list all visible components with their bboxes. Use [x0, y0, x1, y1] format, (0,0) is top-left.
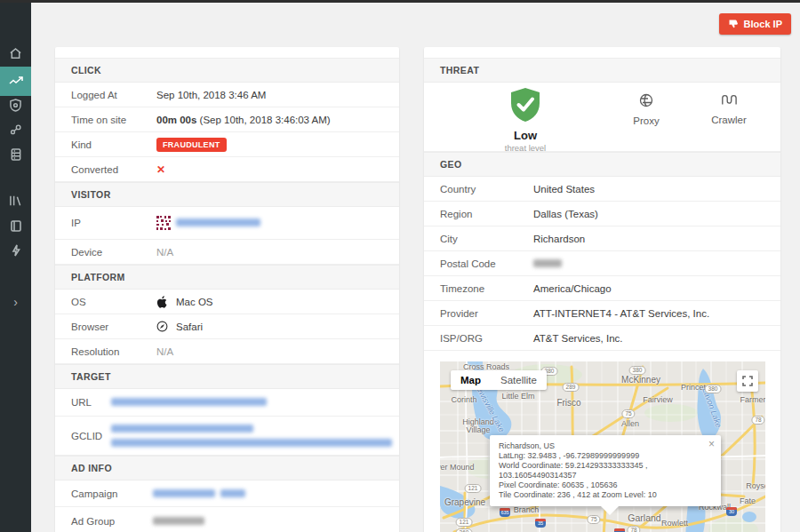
geo-map[interactable]: Cross Roads Corinth Little Elm Frisco Mc… — [440, 361, 765, 532]
interstate-shield: 30 — [726, 507, 737, 516]
route-shield: 289 — [563, 383, 580, 392]
row-label: Postal Code — [440, 258, 533, 269]
apple-icon — [156, 296, 176, 308]
thumbs-down-icon — [728, 19, 739, 29]
analytics-icon — [9, 75, 23, 88]
bolt-icon — [12, 244, 20, 257]
row-resolution: Resolution N/A — [55, 339, 399, 364]
sidebar-item-docs[interactable] — [0, 212, 31, 239]
route-shield: 121 — [465, 484, 482, 493]
city-value: Richardson — [533, 234, 585, 244]
popup-place: Richardson, US — [499, 441, 701, 451]
row-label: Device — [71, 247, 156, 258]
campaign-link-redacted[interactable] — [153, 488, 245, 499]
provider-value: ATT-INTERNET4 - AT&T Services, Inc. — [533, 308, 709, 319]
not-converted-x-icon: ✕ — [156, 163, 165, 176]
isp-org-value: AT&T Services, Inc. — [533, 333, 623, 344]
geo-row-provider: Provider ATT-INTERNET4 - AT&T Services, … — [424, 301, 780, 326]
row-label: URL — [71, 397, 111, 408]
threat-level-caption: threat level — [499, 143, 552, 153]
proxy-label: Proxy — [615, 115, 677, 126]
popup-close-icon[interactable]: × — [708, 440, 715, 449]
map-town-label: Corinth — [451, 395, 476, 404]
target-url-link-redacted[interactable] — [111, 397, 267, 408]
book-icon — [11, 220, 21, 232]
row-label: OS — [71, 297, 156, 307]
map-town-label: Little Elm — [501, 392, 534, 401]
safari-icon — [156, 321, 176, 332]
proxy-indicator: Proxy — [615, 93, 677, 126]
map-town-label: McKinney — [621, 375, 660, 385]
fullscreen-icon — [742, 376, 753, 386]
share-icon — [10, 123, 22, 136]
database-icon — [11, 148, 21, 161]
section-platform: PLATFORM — [55, 265, 399, 290]
gclid-link-redacted[interactable] — [111, 419, 392, 452]
row-label: Ad Group — [71, 516, 153, 527]
map-town-label: Grapevine — [444, 497, 485, 507]
browser-value: Safari — [176, 322, 203, 332]
geo-row-city: City Richardson — [424, 226, 780, 251]
sidebar-item-activity[interactable] — [0, 237, 31, 264]
os-value: Mac OS — [176, 297, 213, 307]
threat-area: Low threat level Proxy Crawler — [424, 83, 780, 152]
sidebar-item-connections[interactable] — [0, 116, 31, 143]
map-town-label: Farmersville — [740, 395, 765, 404]
row-label: Kind — [71, 139, 156, 150]
country-value: United States — [533, 184, 595, 195]
shield-icon — [10, 99, 21, 112]
map-type-satellite-button[interactable]: Satellite — [491, 370, 547, 390]
sidebar-expand[interactable]: › — [0, 289, 31, 315]
row-label: Browser — [71, 322, 156, 332]
row-label: Timezone — [440, 283, 533, 294]
row-label: Converted — [71, 164, 156, 175]
route-shield: 380 — [629, 366, 646, 375]
map-town-label: Allen — [621, 419, 639, 428]
map-town-label: Fairview — [643, 395, 673, 404]
ip-address-link-redacted[interactable] — [176, 218, 260, 228]
row-os: OS Mac OS — [55, 290, 399, 314]
row-campaign: Campaign — [55, 480, 399, 507]
sidebar-item-library[interactable] — [0, 187, 31, 214]
logged-at-value: Sep 10th, 2018 3:46 AM — [156, 90, 266, 100]
threat-level-value: Low — [499, 129, 552, 142]
geo-row-isp-org: ISP/ORG AT&T Services, Inc. — [424, 326, 780, 351]
sidebar-item-protection[interactable] — [0, 91, 31, 118]
geo-row-postal-code: Postal Code — [424, 251, 780, 276]
section-target: TARGET — [55, 364, 399, 389]
interstate-shield: 635 — [500, 508, 510, 517]
popup-world-coordinate: World Coordinate: 59.214293333333345 , 1… — [499, 461, 701, 480]
resolution-value: N/A — [156, 346, 173, 357]
crawler-indicator: Crawler — [698, 93, 760, 125]
fraudulent-badge: FRAUDULENT — [156, 138, 227, 152]
row-gclid: GCLID — [55, 417, 399, 456]
map-fullscreen-button[interactable] — [737, 370, 758, 392]
library-icon — [9, 195, 22, 207]
sidebar: › — [0, 3, 31, 532]
route-shield: 360 — [456, 528, 473, 532]
proxy-globe-icon — [639, 93, 653, 107]
sidebar-item-home[interactable] — [0, 40, 31, 67]
map-town-label: Flower Mound — [440, 463, 475, 472]
map-town-label: Rowlett — [661, 519, 688, 528]
route-shield: 380 — [705, 385, 722, 393]
section-click: CLICK — [55, 58, 399, 83]
timezone-value: America/Chicago — [533, 283, 612, 294]
time-on-site-value: 00m 00s (Sep 10th, 2018 3:46:03 AM) — [156, 115, 331, 125]
route-shield: 78 — [627, 526, 640, 532]
sidebar-item-database[interactable] — [0, 141, 31, 168]
map-type-control: Map Satellite — [451, 370, 547, 390]
route-shield: 78 — [751, 416, 764, 425]
row-device: Device N/A — [55, 240, 399, 265]
row-ad-group: Ad Group — [55, 507, 399, 532]
map-type-map-button[interactable]: Map — [451, 370, 491, 390]
route-shield: 121 — [456, 518, 473, 527]
popup-tile-coordinate: Tile Coordinate: 236 , 412 at Zoom Level… — [499, 490, 701, 500]
row-label: IP — [71, 218, 156, 228]
row-url: URL — [55, 389, 399, 417]
row-logged-at: Logged At Sep 10th, 2018 3:46 AM — [55, 83, 399, 107]
threat-shield-check-icon — [509, 87, 541, 123]
row-label: Provider — [440, 308, 533, 319]
ad-group-value-redacted — [153, 516, 204, 527]
block-ip-button[interactable]: Block IP — [719, 13, 791, 35]
